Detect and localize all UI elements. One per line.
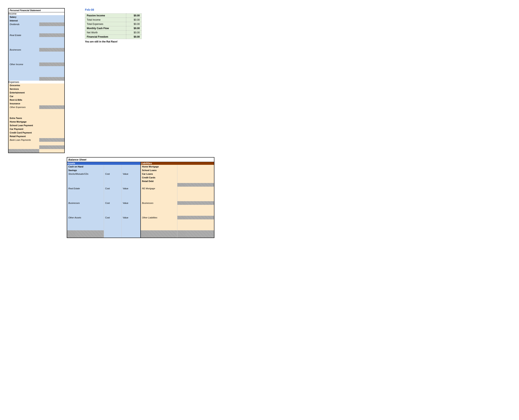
pfs-value [39,41,64,44]
pfs-expense-value [39,83,64,87]
asset-col3 [121,209,141,212]
bs-asset-row: Businesses Cost Value Businesses [67,201,214,205]
pfs-expense-label [8,145,39,149]
balance-sheet: Balance Sheet Assets Liabilities Cash on… [67,157,214,238]
pfs-label [8,41,39,44]
pfs-expense-row: Car Payment [8,127,64,131]
liability-value [177,172,214,176]
rat-race-text: You are still in the Rat Race! [85,40,142,43]
pfs-income-row [8,59,64,62]
asset-col3 [121,205,141,209]
pfs-income-row [8,73,64,77]
pfs-expense-value [39,135,64,138]
bs-asset-row [67,194,214,198]
pfs-label [8,70,39,73]
pfs-expense-label: Insurance [8,102,39,105]
pfs-value [39,26,64,30]
pfs-expense-row [8,149,64,153]
asset-col2 [104,209,121,212]
pfs-income-row [8,52,64,55]
pfs-value [39,70,64,73]
liability-label [141,227,177,230]
pfs-label: Interest [8,19,39,22]
asset-col3 [121,198,141,201]
asset-col3 [121,212,141,216]
asset-label [67,179,104,183]
liability-label: RE Mortgage [141,187,177,190]
pfs-label [8,44,39,48]
assets-header: Assets [67,162,141,165]
pfs-value [39,66,64,70]
asset-col2 [104,198,121,201]
income-header: Income [8,12,64,15]
pfs-label: Other Income [8,62,39,66]
pfs-value [39,52,64,55]
liability-label [141,198,177,201]
summary-row: Total Income $0.00 [85,18,142,22]
asset-label [67,205,104,209]
pfs-expense-row: Home Mortgage [8,120,64,124]
asset-col2 [104,205,121,209]
liability-value [177,183,214,187]
pfs-expense-label: Car Payment [8,127,39,131]
pfs-income-row [8,77,64,81]
liability-label [141,223,177,227]
bs-asset-row [67,209,214,212]
liability-label [141,194,177,198]
bs-asset-row [67,212,214,216]
liability-label: Retail Debt [141,179,177,183]
pfs-expense-row: Insurance [8,102,64,105]
pfs-label: Dividends [8,22,39,26]
summary-row: Monthly Cash Flow $0.00 [85,26,142,30]
summary-label: Total Expenses [85,22,126,26]
asset-col2 [104,183,121,187]
asset-label [67,219,104,223]
pfs-expense-label: Credit Card Payment [8,131,39,135]
asset-label [67,234,104,238]
liability-value [177,194,214,198]
liability-value [177,209,214,212]
pfs-value [39,48,64,52]
asset-col3 [121,230,141,234]
pfs-expense-label [8,113,39,116]
liability-label: Home Mortgage [141,165,177,168]
asset-col2 [104,219,121,223]
asset-label: Businesses [67,201,104,205]
pfs-expense-label [8,142,39,145]
pfs-expense-value [39,113,64,116]
pfs-expense-value [39,138,64,142]
pfs-expense-row: Extra Taxes [8,116,64,120]
bs-asset-row [67,205,214,209]
asset-col3 [121,168,141,172]
asset-label [67,230,104,234]
bs-asset-row [67,190,214,194]
bs-asset-row: Retail Debt [67,179,214,183]
asset-label: Other Assets [67,216,104,219]
liability-label: School Loans [141,168,177,172]
pfs-income-row [8,44,64,48]
pfs-expense-value [39,145,64,149]
pfs-label [8,55,39,59]
asset-col3: Value [121,216,141,219]
asset-label [67,194,104,198]
pfs-income-row [8,26,64,30]
asset-label [67,183,104,187]
liability-label: Car Loans [141,172,177,176]
pfs-expense-row: Bank Loan Payments [8,138,64,142]
bs-asset-row: Real Estate Cost Value RE Mortgage [67,187,214,190]
pfs-label: Salary [8,15,39,19]
summary-row: Financial Freedom $0.00 [85,35,142,39]
bs-asset-row [67,198,214,201]
pfs-expense-row [8,113,64,116]
bs-asset-row [67,223,214,227]
summary-label: Financial Freedom [85,35,126,39]
pfs-expense-label: Retail Payment [8,135,39,138]
summary-value: $0.00 [126,35,142,39]
pfs-expense-value [39,102,64,105]
asset-col2: Cost [104,172,121,176]
pfs-expense-row: Rent & Bills [8,98,64,102]
summary-label: Monthly Cash Flow [85,26,126,30]
pfs-expense-label: Car [8,94,39,98]
liability-value [177,212,214,216]
bs-asset-row: Cash on Hand Home Mortgage [67,165,214,168]
